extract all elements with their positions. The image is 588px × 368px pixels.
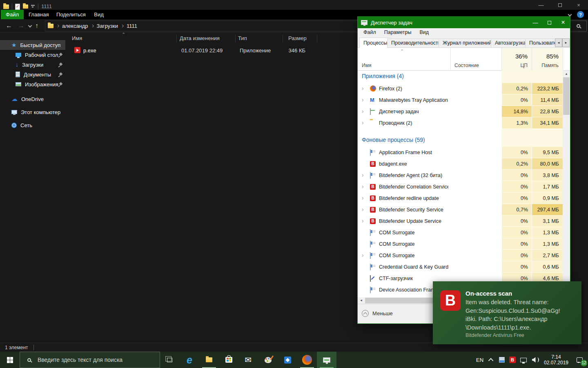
properties-icon[interactable] — [15, 4, 20, 10]
expand-chevron-icon[interactable]: › — [362, 206, 364, 212]
action-center-button[interactable]: 12 — [571, 352, 588, 368]
process-row[interactable]: › Bitdefender redline update 0% 0,9 МБ — [358, 193, 563, 204]
explorer-search-box[interactable] — [570, 20, 587, 31]
column-header-size[interactable]: Размер — [288, 35, 307, 41]
new-folder-icon[interactable] — [23, 4, 28, 9]
column-divider[interactable] — [317, 34, 317, 43]
expand-chevron-icon[interactable]: › — [362, 218, 364, 224]
column-header-type[interactable]: Тип — [238, 35, 247, 41]
network-tray-icon[interactable] — [518, 352, 529, 368]
menu-file[interactable]: Файл — [359, 28, 380, 37]
expand-chevron-icon[interactable]: › — [362, 195, 364, 201]
maximize-icon[interactable] — [542, 17, 556, 28]
help-icon[interactable]: ? — [577, 11, 584, 18]
forward-icon[interactable]: → — [18, 22, 24, 29]
taskbar-explorer-button[interactable] — [199, 352, 219, 368]
expand-chevron-icon[interactable]: › — [362, 108, 364, 114]
taskbar-paint3d-button[interactable] — [258, 352, 278, 368]
taskbar-store-button[interactable] — [219, 352, 238, 368]
column-header-name[interactable]: Имя — [362, 63, 371, 68]
process-row[interactable]: › Bitdefender Update Service 0% 3,1 МБ — [358, 215, 563, 227]
ribbon-tab-file[interactable]: Файл — [1, 10, 24, 19]
tab-users[interactable]: Пользовате — [525, 38, 555, 48]
volume-tray-icon[interactable] — [529, 352, 541, 368]
sidebar-item-quick-access[interactable]: ★ Быстрый доступ — [0, 40, 65, 50]
customize-toolbar-icon[interactable] — [31, 4, 35, 9]
sidebar-item-onedrive[interactable]: ☁ OneDrive — [0, 94, 65, 104]
tray-overflow-chevron-icon[interactable] — [486, 352, 497, 368]
bitdefender-notification[interactable]: B On-access scan Item was deleted. Threa… — [433, 281, 581, 344]
start-button[interactable] — [0, 352, 20, 368]
sort-caret-icon[interactable]: ⌃ — [122, 32, 125, 37]
process-row[interactable]: › Bitdefender Agent (32 бита) 0% 3,8 МБ — [358, 170, 563, 181]
language-indicator[interactable]: EN — [474, 352, 486, 368]
expand-chevron-icon[interactable]: › — [362, 172, 364, 178]
process-row[interactable]: › COM Surrogate 0% 2,7 МБ — [358, 250, 563, 261]
tab-performance[interactable]: Производительность — [387, 38, 445, 48]
scrollbar-thumb[interactable] — [365, 298, 434, 303]
taskbar-task-manager-button[interactable] — [317, 352, 336, 368]
group-header-row[interactable]: Приложения (4) — [358, 71, 563, 82]
sidebar-item-desktop[interactable]: Рабочий стол — [0, 50, 65, 60]
process-row[interactable]: bdagent.exe 0,2% 80,0 МБ — [358, 158, 563, 170]
sidebar-item-this-pc[interactable]: Этот компьютер — [0, 107, 65, 117]
taskbar-mail-button[interactable]: ✉ — [238, 352, 258, 368]
tab-processes[interactable]: Процессы — [359, 38, 391, 48]
breadcrumb-segment[interactable]: Загрузки — [97, 23, 118, 29]
tab-scroll-left-icon[interactable]: ◂ — [555, 38, 562, 47]
close-icon[interactable]: × — [556, 17, 570, 28]
expand-chevron-icon[interactable]: › — [362, 120, 364, 126]
scroll-left-icon[interactable]: ◂ — [358, 297, 365, 304]
minimize-icon[interactable]: — — [532, 0, 550, 10]
tray-app-icon[interactable] — [497, 352, 507, 368]
process-row[interactable]: COM Surrogate 0% 1,3 МБ — [358, 227, 563, 238]
bitdefender-tray-icon[interactable] — [507, 352, 518, 368]
process-row[interactable]: › Диспетчер задач 14,8% 22,8 МБ — [358, 106, 563, 117]
breadcrumb-segment[interactable]: 1111 — [127, 23, 137, 29]
menu-options[interactable]: Параметры — [380, 28, 416, 37]
process-row[interactable]: COM Surrogate 0% 1,3 МБ — [358, 238, 563, 250]
taskbar-edge-button[interactable]: e — [180, 352, 199, 368]
column-divider[interactable] — [176, 34, 177, 43]
column-header-date[interactable]: Дата изменения — [180, 35, 220, 41]
column-header-status[interactable]: Состояние — [454, 63, 479, 68]
restore-icon[interactable] — [550, 0, 569, 10]
file-row[interactable]: p.exe 01.07.2019 22:49 Приложение 346 КБ — [70, 45, 389, 56]
column-divider[interactable] — [235, 34, 236, 43]
task-view-button[interactable] — [160, 352, 179, 368]
taskbar-3d-viewer-button[interactable] — [278, 352, 297, 368]
sidebar-item-pictures[interactable]: Изображения — [0, 79, 65, 89]
ribbon-tab-view[interactable]: Вид — [92, 10, 105, 19]
ribbon-tab-share[interactable]: Поделиться — [56, 10, 85, 19]
clock[interactable]: 7:14 02.07.2019 — [541, 352, 571, 368]
fewer-details-button[interactable]: Меньше — [362, 310, 393, 317]
expand-chevron-icon[interactable]: › — [362, 252, 364, 258]
back-icon[interactable]: ← — [6, 22, 12, 29]
column-header-memory[interactable]: Память — [532, 63, 559, 68]
process-row[interactable]: › Firefox (2) 0,2% 223,2 МБ — [358, 83, 563, 94]
mem-total-percent[interactable]: 85% — [532, 53, 559, 60]
column-header-cpu[interactable]: ЦП — [501, 63, 528, 68]
process-row[interactable]: › Bitdefender Correlation Service 0% 1,7… — [358, 181, 563, 193]
up-icon[interactable]: ↑ — [35, 22, 38, 29]
group-header-row[interactable]: Фоновые процессы (59) — [358, 135, 563, 146]
scroll-up-icon[interactable]: ▴ — [563, 71, 570, 77]
column-header-name[interactable]: Имя — [72, 35, 82, 41]
expand-chevron-icon[interactable]: › — [362, 85, 364, 91]
process-row[interactable]: Credential Guard & Key Guard 0% 0,6 МБ — [358, 261, 563, 273]
scrollbar-thumb[interactable] — [563, 77, 570, 115]
column-divider[interactable] — [283, 34, 283, 43]
process-row[interactable]: Application Frame Host 0% 9,5 МБ — [358, 147, 563, 158]
tab-scroll-right-icon[interactable]: ▸ — [562, 38, 570, 47]
cpu-total-percent[interactable]: 36% — [501, 53, 528, 60]
menu-view[interactable]: Вид — [415, 28, 433, 37]
ribbon-collapse-icon[interactable] — [568, 13, 572, 17]
close-icon[interactable]: × — [569, 0, 588, 10]
taskbar-firefox-button[interactable] — [297, 352, 317, 368]
tab-app-history[interactable]: Журнал приложений — [439, 38, 496, 48]
sidebar-item-downloads[interactable]: ↓ Загрузки — [0, 60, 65, 70]
process-row[interactable]: › Проводник (2) 1,3% 34,1 МБ — [358, 117, 563, 129]
sidebar-item-network[interactable]: Сеть — [0, 120, 65, 130]
expand-chevron-icon[interactable]: › — [362, 97, 364, 103]
sidebar-item-documents[interactable]: Документы — [0, 70, 65, 79]
